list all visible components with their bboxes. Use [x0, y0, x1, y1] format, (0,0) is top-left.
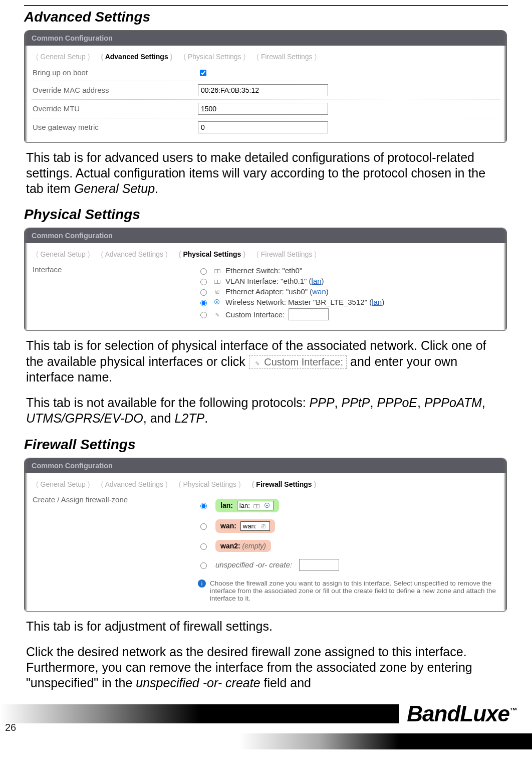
brand-logo: BandLuxe™	[399, 701, 532, 726]
tab-general-setup-3[interactable]: General Setup	[32, 479, 94, 489]
panel-firewall: Common Configuration General Setup Advan…	[24, 458, 507, 612]
tab-physical-settings[interactable]: Physical Settings	[179, 52, 250, 62]
iface-wireless-label: Wireless Network: Master "BR_LTE_3512" (…	[225, 298, 384, 306]
zone-chip-lan: lan: lan:	[215, 499, 279, 512]
paragraph-firewall-1: This tab is for adjustment of firewall s…	[26, 619, 506, 634]
help-firewall-zone: i Choose the firewall zone you want to a…	[198, 580, 498, 602]
iface-usb-label: Ethernet Adapter: "usb0" (wan)	[225, 287, 329, 296]
iface-wireless[interactable]: Wireless Network: Master "BR_LTE_3512" (…	[198, 297, 498, 307]
iface-eth0[interactable]: Ethernet Switch: "eth0"	[198, 265, 498, 276]
footer-gradient	[0, 704, 399, 723]
tab-advanced-settings-3[interactable]: Advanced Settings	[97, 479, 172, 489]
row-firewall-zone: Create / Assign firewall-zone lan: lan: …	[32, 492, 499, 605]
tab-advanced-settings-2[interactable]: Advanced Settings	[97, 249, 172, 259]
row-gateway-metric: Use gateway metric	[32, 118, 499, 136]
lan-eth-icon	[251, 502, 260, 509]
paragraph-physical-1: This tab is for selection of physical in…	[26, 338, 506, 385]
inline-custom-interface-chip: Custom Interface:	[249, 355, 347, 369]
iface-usb[interactable]: Ethernet Adapter: "usb0" (wan)	[198, 286, 498, 297]
custom-interface-inline-icon	[252, 359, 261, 367]
panel-advanced: Common Configuration General Setup Advan…	[24, 30, 507, 143]
paragraph-physical-2: This tab is not available for the follow…	[26, 395, 506, 427]
row-override-mtu: Override MTU	[32, 100, 499, 118]
tab-general-setup[interactable]: General Setup	[32, 52, 94, 62]
section-physical-title: Physical Settings	[24, 207, 508, 223]
zone-row-wan[interactable]: wan: wan:	[198, 516, 498, 536]
radio-eth0[interactable]	[200, 268, 207, 275]
panel-physical-header: Common Configuration	[25, 228, 506, 243]
checkbox-bring-up[interactable]	[200, 70, 206, 76]
radio-zone-wan[interactable]	[200, 523, 207, 530]
label-firewall-zone: Create / Assign firewall-zone	[33, 495, 198, 504]
radio-custom[interactable]	[200, 312, 207, 318]
iface-vlan[interactable]: VLAN Interface: "eth0.1" (lan)	[198, 276, 498, 286]
paragraph-firewall-2: Click the desired network as the desired…	[26, 644, 506, 691]
zone-row-unspecified[interactable]: unspecified -or- create:	[198, 555, 498, 574]
help-text: Choose the firewall zone you want to ass…	[210, 580, 498, 602]
tab-physical-settings-3[interactable]: Physical Settings	[174, 479, 245, 489]
section-advanced-title: Advanced Settings	[24, 9, 508, 25]
tab-firewall-settings[interactable]: Firewall Settings	[252, 52, 321, 62]
iface-vlan-label: VLAN Interface: "eth0.1" (lan)	[225, 277, 324, 285]
tab-general-setup-2[interactable]: General Setup	[32, 249, 94, 259]
row-interface: Interface Ethernet Switch: "eth0" VLAN I…	[32, 262, 499, 324]
input-gateway-metric[interactable]	[198, 121, 328, 133]
zone-row-wan2[interactable]: wan2: (empty)	[198, 536, 498, 555]
zone-chip-wan: wan: wan:	[215, 519, 275, 533]
label-override-mtu: Override MTU	[33, 104, 198, 113]
label-bring-up: Bring up on boot	[33, 68, 198, 77]
panel-firewall-header: Common Configuration	[25, 458, 506, 473]
vlan-icon	[212, 278, 221, 285]
input-override-mtu[interactable]	[198, 103, 328, 115]
section-firewall-title: Firewall Settings	[24, 437, 508, 453]
radio-wireless[interactable]	[200, 300, 207, 306]
zone-unspecified-label: unspecified -or- create:	[215, 560, 292, 569]
tabrow-physical: General Setup Advanced Settings Physical…	[32, 249, 499, 259]
lan-wl-icon	[262, 502, 272, 509]
iface-eth0-label: Ethernet Switch: "eth0"	[225, 266, 302, 275]
row-bring-up-on-boot: Bring up on boot	[32, 65, 499, 81]
label-gateway-metric: Use gateway metric	[33, 123, 198, 131]
page-number: 26	[5, 722, 16, 733]
iface-custom-label: Custom Interface:	[225, 310, 285, 319]
tab-firewall-settings-2[interactable]: Firewall Settings	[252, 249, 321, 259]
tab-firewall-settings-3[interactable]: Firewall Settings	[247, 479, 321, 489]
input-custom-interface[interactable]	[289, 308, 329, 320]
tabrow-advanced: General Setup Advanced Settings Physical…	[32, 52, 499, 62]
radio-zone-unspecified[interactable]	[200, 562, 207, 569]
zone-chip-wan2: wan2: (empty)	[215, 540, 271, 552]
label-override-mac: Override MAC address	[33, 86, 198, 94]
tab-physical-settings-2[interactable]: Physical Settings	[174, 249, 250, 259]
input-create-zone[interactable]	[299, 559, 339, 571]
radio-zone-wan2[interactable]	[200, 543, 207, 550]
custom-interface-icon	[212, 311, 221, 318]
panel-physical: Common Configuration General Setup Advan…	[24, 228, 507, 331]
wireless-icon	[212, 299, 221, 306]
footer: BandLuxe™	[0, 694, 532, 733]
ethernet-icon	[212, 267, 221, 274]
row-override-mac: Override MAC address	[32, 81, 499, 100]
radio-usb[interactable]	[200, 289, 207, 296]
radio-vlan[interactable]	[200, 279, 207, 285]
tab-advanced-settings[interactable]: Advanced Settings	[97, 52, 177, 62]
footer-under-gradient	[0, 733, 532, 749]
tabrow-firewall: General Setup Advanced Settings Physical…	[32, 479, 499, 489]
label-interface: Interface	[33, 265, 198, 274]
zone-row-lan[interactable]: lan: lan:	[198, 495, 498, 516]
usb-icon	[212, 288, 221, 295]
iface-custom[interactable]: Custom Interface:	[198, 307, 498, 321]
info-icon: i	[198, 580, 206, 588]
panel-advanced-header: Common Configuration	[25, 31, 506, 46]
input-override-mac[interactable]	[198, 84, 328, 96]
paragraph-advanced: This tab is for advanced users to make d…	[26, 150, 506, 197]
top-rule	[24, 5, 508, 6]
wan-usb-icon	[258, 522, 268, 530]
radio-zone-lan[interactable]	[200, 503, 207, 509]
